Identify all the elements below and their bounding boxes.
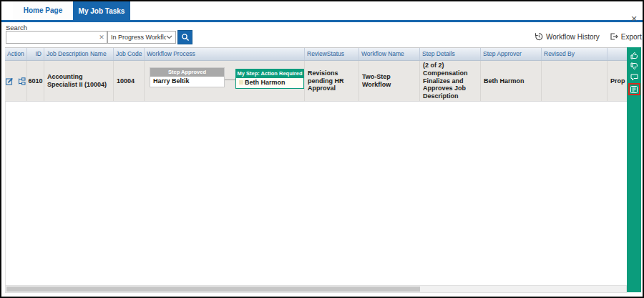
search-input[interactable] [6, 31, 107, 44]
job-code-cell: 10004 [114, 61, 145, 101]
action-cell [5, 61, 27, 101]
tab-home-page[interactable]: Home Page [13, 1, 73, 20]
workflow-filter-dropdown[interactable]: In Progress Workflows [107, 31, 176, 44]
workflow-history-button[interactable]: Workflow History [535, 32, 600, 41]
export-icon [610, 32, 618, 41]
column-header-workflow-process: Workflow Process [145, 48, 305, 60]
column-header-workflow-name: Workflow Name [359, 48, 420, 60]
column-header-action: Action [5, 48, 27, 60]
workflow-step-current[interactable]: My Step: Action Required Beth Harmon [235, 69, 304, 89]
workflow-step-person: Beth Harmon [236, 78, 303, 88]
step-details-cell: (2 of 2) Compensation Finalizes and Appr… [420, 61, 481, 101]
column-header-job-code: Job Code [114, 48, 145, 60]
notes-icon[interactable] [628, 83, 640, 95]
tab-my-job-tasks[interactable]: My Job Tasks [73, 1, 130, 22]
comment-icon[interactable] [628, 72, 640, 82]
history-icon [535, 32, 543, 41]
column-header-step-approver: Step Approver [481, 48, 542, 60]
current-user-marker [239, 80, 243, 85]
column-header-job-description-name: Job Description Name [44, 48, 114, 60]
column-header-id: ID [27, 48, 44, 60]
column-header-overflow [608, 48, 627, 60]
column-header-review-status: ReviewStatus [305, 48, 359, 60]
clear-search-icon[interactable]: ✕ [97, 33, 106, 42]
workflow-route-icon[interactable] [17, 77, 26, 86]
workflow-process-cell: Step Approved Harry Beltik My Step: Acti… [145, 61, 305, 101]
workflow-step-status: Step Approved [150, 68, 224, 77]
overflow-cell: Prop [608, 61, 627, 101]
table-row: 6010 Accounting Specialist II (10004) 10… [5, 61, 627, 102]
workflow-filter-value: In Progress Workflows [111, 34, 166, 41]
edit-icon[interactable] [5, 77, 14, 86]
app-window: Home Page My Job Tasks ✕ Search ✕ In Pro… [0, 0, 644, 298]
thumbs-down-icon[interactable] [628, 61, 640, 72]
tab-bar: Home Page My Job Tasks [1, 1, 643, 22]
search-button[interactable] [177, 30, 192, 44]
column-header-step-details: Step Details [420, 48, 481, 60]
scrollbar-thumb[interactable] [6, 287, 420, 292]
workflow-step-status: My Step: Action Required [236, 69, 303, 78]
workflow-name-cell: Two-Step Workflow [359, 61, 420, 101]
workflow-step-person: Harry Beltik [150, 77, 224, 87]
id-cell: 6010 [27, 61, 44, 101]
revised-by-cell [542, 61, 608, 101]
workflow-connector [225, 80, 235, 80]
step-approver-cell: Beth Harmon [481, 61, 542, 101]
review-status-cell: Revisions pending HR Approval [305, 61, 359, 101]
export-label: Export [621, 33, 642, 41]
column-header-revised-by: Revised By [542, 48, 608, 60]
thumbs-up-icon[interactable] [628, 50, 640, 61]
action-side-panel [627, 47, 641, 292]
search-icon [181, 33, 190, 42]
horizontal-scrollbar[interactable] [5, 285, 627, 293]
toolbar: Workflow History Export ••• [535, 31, 644, 42]
workflow-step-approved: Step Approved Harry Beltik [150, 67, 225, 87]
export-button[interactable]: Export [610, 32, 642, 41]
job-description-name-cell: Accounting Specialist II (10004) [44, 61, 114, 101]
workflow-history-label: Workflow History [546, 33, 600, 41]
close-icon[interactable]: ✕ [629, 14, 639, 24]
table-header: Action ID Job Description Name Job Code … [5, 47, 627, 61]
chevron-down-icon [166, 35, 172, 39]
